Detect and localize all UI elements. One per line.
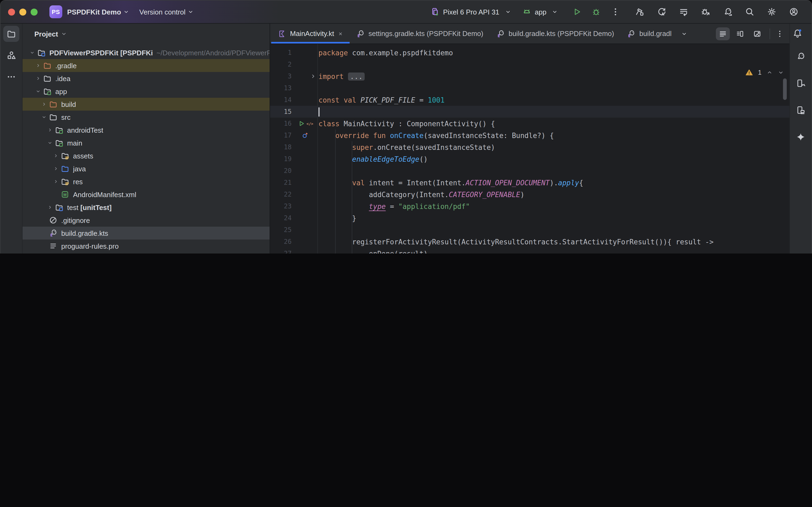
tab-build.gradle.kts-pspdfkit-demo-[interactable]: build.gradle.kts (PSPDFKit Demo)	[490, 23, 621, 44]
zoom-window-button[interactable]	[31, 8, 38, 15]
tree-item-.gradle[interactable]: .gradle	[22, 59, 270, 72]
code-line-19[interactable]: 19 enableEdgeToEdge()	[270, 153, 790, 165]
run-configurations-icon[interactable]	[679, 7, 689, 17]
line-number[interactable]: 24	[270, 214, 296, 222]
tree-item-test[interactable]: test [unitTest]	[22, 201, 270, 214]
code-line-26[interactable]: 26 registerForActivityResult(ActivityRes…	[270, 236, 790, 247]
next-problem-button[interactable]	[777, 69, 784, 76]
gemini-tool-window[interactable]	[793, 129, 809, 145]
chevron-down-icon[interactable]	[28, 50, 37, 55]
code-line-1[interactable]: 1package com.example.pspdfkitdemo	[270, 47, 790, 59]
warning-icon[interactable]	[746, 69, 753, 76]
line-number[interactable]: 26	[270, 238, 296, 245]
tree-item-build.gradle.kts[interactable]: build.gradle.kts	[22, 227, 270, 239]
tree-item-androidmanifest.xml[interactable]: MAndroidManifest.xml	[22, 188, 270, 201]
more-tool-windows[interactable]	[3, 69, 19, 85]
chevron-right-icon[interactable]	[46, 205, 54, 210]
tree-item-gradle[interactable]: gradle	[22, 252, 270, 253]
project-name-menu[interactable]: PSPDFKit Demo	[67, 8, 121, 16]
editor-more-actions[interactable]	[775, 29, 784, 38]
chevron-right-icon[interactable]	[46, 127, 54, 133]
device-manager-tool-window[interactable]	[793, 75, 809, 91]
code-line-20[interactable]: 20	[270, 165, 790, 177]
chevron-right-icon[interactable]	[52, 179, 60, 184]
tree-item-res[interactable]: res	[22, 175, 270, 188]
code-line-17[interactable]: 17 override fun onCreate(savedInstanceSt…	[270, 129, 790, 141]
line-number[interactable]: 25	[270, 226, 296, 234]
project-view-selector[interactable]: Project	[35, 30, 58, 38]
line-number[interactable]: 23	[270, 203, 296, 210]
tree-item-.idea[interactable]: .idea	[22, 72, 270, 85]
tree-item-.gitignore[interactable]: .gitignore	[22, 214, 270, 227]
line-number[interactable]: 13	[270, 84, 296, 92]
line-number[interactable]: 27	[270, 250, 296, 253]
debug-button-icon[interactable]	[591, 7, 601, 17]
line-number[interactable]: 16	[270, 120, 296, 127]
editor-list-view[interactable]	[716, 27, 730, 40]
search-everywhere-icon[interactable]	[745, 7, 755, 17]
chevron-right-icon[interactable]	[52, 166, 60, 171]
code-line-13[interactable]: 13	[270, 82, 790, 94]
tab-build.gradl[interactable]: build.gradl	[621, 23, 678, 44]
run-configuration-selector[interactable]: app	[535, 8, 546, 16]
close-icon[interactable]	[338, 31, 343, 36]
tree-item-androidtest[interactable]: androidTest	[22, 123, 270, 136]
line-number[interactable]: 18	[270, 144, 296, 151]
line-number[interactable]: 22	[270, 191, 296, 198]
fold-icon[interactable]	[310, 73, 316, 79]
code-line-21[interactable]: 21 val intent = Intent(Intent.ACTION_OPE…	[270, 177, 790, 188]
close-window-button[interactable]	[8, 8, 15, 15]
tree-item-main[interactable]: main	[22, 136, 270, 149]
code-line-25[interactable]: 25	[270, 224, 790, 236]
tree-item-proguard-rules.pro[interactable]: proguard-rules.pro	[22, 239, 270, 252]
notifications-bell-icon[interactable]	[793, 29, 802, 38]
run-button-icon[interactable]	[572, 7, 582, 17]
line-number[interactable]: 17	[270, 131, 296, 139]
tree-item-build[interactable]: build	[22, 98, 270, 111]
chevron-right-icon[interactable]	[34, 76, 43, 81]
tab-settings.gradle.kts-pspdfkit-demo-[interactable]: settings.gradle.kts (PSPDFKit Demo)	[350, 23, 490, 44]
tree-item-assets[interactable]: assets	[22, 149, 270, 162]
account-icon[interactable]	[789, 7, 799, 17]
device-selector[interactable]: Pixel 6 Pro API 31	[443, 8, 500, 16]
code-line-16[interactable]: 16</>class MainActivity : ComponentActiv…	[270, 118, 790, 129]
code-line-2[interactable]: 2	[270, 59, 790, 70]
code-line-18[interactable]: 18 super.onCreate(savedInstanceState)	[270, 141, 790, 153]
line-number[interactable]: 21	[270, 179, 296, 186]
line-number[interactable]: 19	[270, 155, 296, 163]
code-line-3[interactable]: 3import ...	[270, 70, 790, 82]
code-editor[interactable]: 1package com.example.pspdfkitdemo23impor…	[270, 44, 790, 253]
line-number[interactable]: 3	[270, 72, 296, 80]
tab-list-dropdown[interactable]	[678, 23, 691, 44]
tree-item-src[interactable]: src	[22, 111, 270, 123]
chevron-right-icon[interactable]	[52, 153, 60, 158]
tab-mainactivity.kt[interactable]: MainActivity.kt	[271, 23, 350, 44]
prev-problem-button[interactable]	[766, 69, 773, 76]
gradle-tool-window[interactable]	[793, 48, 809, 64]
minimize-window-button[interactable]	[19, 8, 26, 15]
chevron-right-icon[interactable]	[40, 102, 48, 107]
run-line-icon[interactable]	[297, 120, 305, 127]
editor-preview-view[interactable]	[750, 27, 764, 40]
running-devices-tool-window[interactable]	[793, 102, 809, 118]
code-line-24[interactable]: 24 }	[270, 212, 790, 224]
line-number[interactable]: 1	[270, 49, 296, 56]
chevron-down-icon[interactable]	[34, 89, 43, 94]
code-line-22[interactable]: 22 addCategory(Intent.CATEGORY_OPENABLE)	[270, 188, 790, 200]
chevron-down-icon[interactable]	[46, 140, 54, 146]
gradle-sync-icon[interactable]	[723, 7, 733, 17]
editor-split-view[interactable]	[733, 27, 747, 40]
settings-icon[interactable]	[767, 7, 776, 17]
project-tool-window[interactable]	[3, 26, 19, 42]
tree-item-java[interactable]: java	[22, 162, 270, 175]
tree-item-pdfviewerpspdfkit-pspdfkit-demo-[interactable]: PDFViewerPSPDFKit [PSPDFKit Demo]~/Devel…	[22, 46, 270, 59]
more-run-options-icon[interactable]	[611, 7, 621, 17]
chevron-down-icon[interactable]	[40, 114, 48, 120]
vcs-menu[interactable]: Version control	[139, 8, 185, 16]
line-number[interactable]: 14	[270, 96, 296, 104]
code-line-15[interactable]: 15	[270, 106, 790, 118]
code-line-27[interactable]: 27 onDone(result)	[270, 247, 790, 253]
tree-item-app[interactable]: app	[22, 85, 270, 98]
chevron-right-icon[interactable]	[34, 63, 43, 68]
code-line-23[interactable]: 23 type = "application/pdf"	[270, 200, 790, 212]
